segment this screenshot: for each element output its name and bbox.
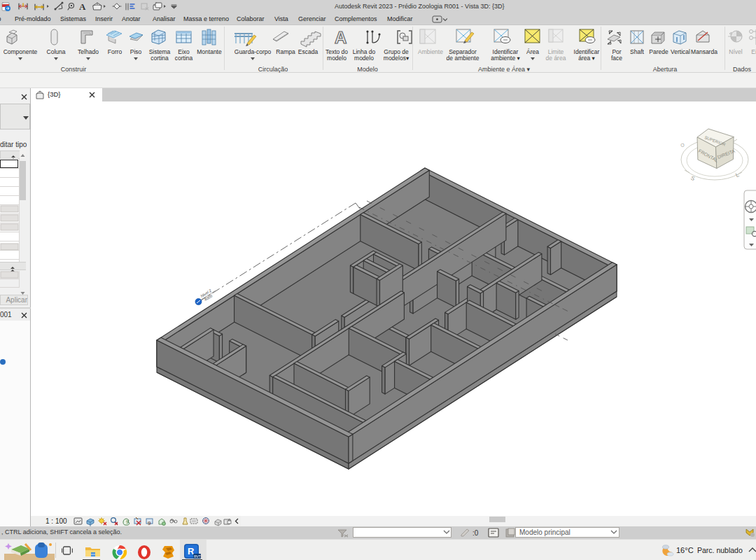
svg-text::0: :0 [472,529,479,537]
svg-text:9: 9 [148,520,151,526]
svg-text:9: 9 [126,519,129,524]
svg-text:A: A [335,28,346,47]
svg-text:RVT: RVT [194,554,201,559]
svg-text:A: A [79,1,86,12]
